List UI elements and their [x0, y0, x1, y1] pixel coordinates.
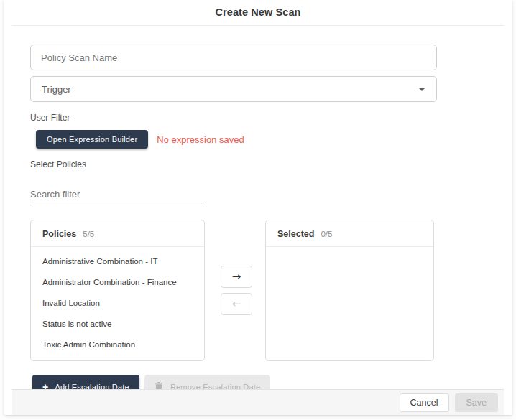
policies-listbox-header: Policies 5/5 [31, 220, 204, 247]
no-expression-saved-text: No expression saved [157, 134, 244, 145]
chevron-down-icon [418, 88, 425, 91]
transfer-buttons: → ← [221, 266, 252, 361]
title-divider [12, 25, 504, 26]
policy-list-item[interactable]: Toxic Admin Combination [42, 334, 193, 355]
open-expression-builder-button[interactable]: Open Expression Builder [36, 130, 148, 149]
policy-scan-name-input[interactable] [30, 45, 437, 70]
dialog-footer: Cancel Save [12, 389, 504, 415]
selected-listbox-header: Selected 0/5 [266, 220, 433, 247]
arrow-right-icon: → [232, 270, 241, 283]
search-filter-input[interactable] [30, 189, 203, 205]
create-scan-dialog: Create New Scan Trigger User Filter Open… [4, 0, 512, 415]
expression-row: Open Expression Builder No expression sa… [36, 130, 486, 149]
arrow-left-icon: ← [232, 297, 241, 310]
selected-listbox-count: 0/5 [321, 230, 332, 238]
policy-transfer-area: Policies 5/5 Administrative Combination … [30, 220, 486, 361]
selected-list [266, 247, 433, 254]
policies-listbox-title: Policies [42, 229, 76, 239]
policies-listbox-count: 5/5 [83, 230, 94, 238]
policy-list-item[interactable]: Invalid Location [42, 292, 193, 313]
dialog-title: Create New Scan [4, 6, 512, 18]
trigger-select[interactable]: Trigger [30, 76, 437, 102]
policy-list-item[interactable]: Administrative Combination - IT [42, 251, 193, 271]
user-filter-label: User Filter [30, 113, 486, 123]
policy-list-item[interactable]: Status is not active [42, 313, 193, 334]
policy-list-item[interactable]: Administrator Combination - Finance [42, 271, 193, 292]
selected-listbox-title: Selected [277, 229, 314, 239]
select-policies-label: Select Policies [30, 159, 486, 169]
policies-list: Administrative Combination - ITAdministr… [31, 247, 204, 358]
move-left-button[interactable]: ← [221, 293, 252, 315]
move-right-button[interactable]: → [221, 266, 252, 288]
selected-listbox: Selected 0/5 [265, 220, 434, 361]
policies-listbox: Policies 5/5 Administrative Combination … [30, 220, 205, 361]
trigger-select-label: Trigger [42, 84, 71, 95]
dialog-content: Trigger User Filter Open Expression Buil… [4, 45, 512, 398]
save-button[interactable]: Save [455, 393, 499, 412]
cancel-button[interactable]: Cancel [400, 393, 449, 412]
